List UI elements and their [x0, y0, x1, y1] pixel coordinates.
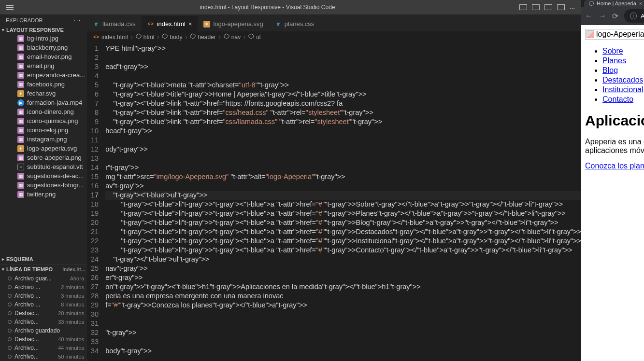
- code-line[interactable]: "t-gray"><"t-blue">li"t-gray">>"t-gray">…: [105, 246, 581, 255]
- file-item[interactable]: ▦facebook.png: [4, 80, 87, 89]
- file-item[interactable]: ✶logo-apeperia.svg: [4, 144, 87, 153]
- code-line[interactable]: "t-gray">>: [105, 329, 581, 338]
- code-line[interactable]: [105, 72, 581, 81]
- forward-icon[interactable]: →: [599, 12, 606, 20]
- code-line[interactable]: av"t-gray">>: [105, 182, 581, 191]
- file-item[interactable]: ▦sugestiones-fotogr...: [4, 180, 87, 190]
- timeline-item[interactable]: Archivo guar...Ahora: [0, 274, 87, 283]
- timeline-item[interactable]: Archivo guardado: [0, 326, 87, 335]
- more-icon[interactable]: ···: [74, 17, 81, 23]
- timeline-item[interactable]: Archivo...50 minutos: [0, 352, 87, 361]
- code-line[interactable]: ead"t-gray">>: [105, 63, 581, 72]
- code-line[interactable]: "t-gray"><"t-blue">li"t-gray">>"t-gray">…: [105, 228, 581, 237]
- nav-link[interactable]: Sobre: [602, 47, 623, 55]
- cta-link[interactable]: Conozca los planes: [585, 162, 644, 170]
- file-item[interactable]: ▦icono-reloj.png: [4, 125, 87, 135]
- file-item[interactable]: ▦icono-quimica.png: [4, 116, 87, 125]
- layout-icon[interactable]: [519, 4, 527, 10]
- code-body[interactable]: YPE html"t-gray">> ead"t-gray">> "t-gray…: [105, 42, 581, 361]
- file-item[interactable]: ▦twitter.png: [4, 190, 87, 199]
- editor-tab[interactable]: <>index.html×: [142, 16, 198, 31]
- file-item[interactable]: ▦blackberry.png: [4, 43, 87, 52]
- folder-root[interactable]: ▾ LAYOUT RESPONSIVE: [0, 26, 87, 34]
- code-line[interactable]: "t-gray"><"t-blue">li"t-gray">>"t-gray">…: [105, 209, 581, 219]
- code-line[interactable]: on"t-gray">>"t-gray"><"t-blue">h1"t-gray…: [105, 283, 581, 292]
- address-bar[interactable]: i Archivo C:/Users/Noelia/Desktop/Fron..…: [624, 9, 644, 23]
- file-item[interactable]: ▦email-hover.png: [4, 52, 87, 61]
- layout-icon[interactable]: [544, 4, 552, 10]
- sidebar: EXPLORADOR ··· ▾ LAYOUT RESPONSIVE ▦bg-i…: [0, 14, 87, 361]
- code-line[interactable]: "t-gray"></"t-blue">ul"t-gray">>: [105, 255, 581, 264]
- back-icon[interactable]: ←: [585, 12, 593, 20]
- code-line[interactable]: f="#""t-gray">>Conozca los planes"t-gray…: [105, 301, 581, 310]
- timeline-item[interactable]: Archivo...33 minutos: [0, 318, 87, 326]
- more-icon[interactable]: ···: [570, 4, 577, 10]
- timeline-header[interactable]: ▾ LÍNEA DE TIEMPO index.ht...: [0, 264, 87, 274]
- breadcrumb-item[interactable]: header: [190, 33, 215, 41]
- code-line[interactable]: "t-gray"><"t-blue">li"t-gray">>"t-gray">…: [105, 200, 581, 209]
- code-line[interactable]: r"t-gray">>: [105, 164, 581, 173]
- close-icon[interactable]: ×: [188, 20, 192, 28]
- code-line[interactable]: "t-gray"><"t-blue">li"t-gray">>"t-gray">…: [105, 237, 581, 246]
- layout-icon[interactable]: [532, 4, 540, 10]
- code-line[interactable]: [105, 319, 581, 329]
- code-line[interactable]: body"t-gray">>: [105, 347, 581, 356]
- code-line[interactable]: "t-gray"><"t-blue">link "t-attr">href="h…: [105, 99, 581, 109]
- timeline-item[interactable]: Archivo ...3 minutos: [0, 292, 87, 300]
- outline-section[interactable]: ▸ ESQUEMA: [0, 254, 87, 264]
- code-line[interactable]: [105, 136, 581, 145]
- editor-tab[interactable]: #planes.css: [269, 16, 320, 31]
- file-item[interactable]: ▦email.png: [4, 61, 87, 70]
- close-icon[interactable]: ×: [639, 0, 642, 6]
- nav-link[interactable]: Institucional: [602, 85, 644, 94]
- code-line[interactable]: "t-gray"><"t-blue">meta "t-attr">charset…: [105, 81, 581, 90]
- code-line[interactable]: mg "t-attr">src="img/logo-Apeperia.svg" …: [105, 173, 581, 182]
- file-item[interactable]: ▦bg-intro.jpg: [4, 34, 87, 43]
- menu-icon[interactable]: [4, 3, 15, 12]
- file-item[interactable]: ▦instagram.png: [4, 135, 87, 144]
- code-line[interactable]: head"t-gray">>: [105, 127, 581, 136]
- breadcrumb-item[interactable]: ul: [248, 33, 260, 41]
- reload-icon[interactable]: ⟳: [612, 12, 618, 21]
- file-item[interactable]: ✶fechar.svg: [4, 89, 87, 98]
- code-line[interactable]: YPE html"t-gray">>: [105, 44, 581, 54]
- code-line[interactable]: "t-gray"><"t-blue">ul"t-gray">>: [105, 191, 581, 200]
- timeline-item[interactable]: Deshac...40 minutos: [0, 335, 87, 344]
- code-line[interactable]: peria es una empresa emergente con una m…: [105, 292, 581, 301]
- code-line[interactable]: [105, 154, 581, 164]
- file-item[interactable]: ≡subtitulo-espanol.vtt: [4, 162, 87, 171]
- layout-icon[interactable]: [557, 4, 565, 10]
- nav-link[interactable]: Planes: [602, 56, 626, 65]
- code-editor[interactable]: 1234567891011121314151617181920212223242…: [87, 42, 581, 361]
- nav-link[interactable]: Blog: [602, 66, 618, 74]
- code-line[interactable]: [105, 54, 581, 63]
- timeline-item[interactable]: Archivo...44 minutos: [0, 344, 87, 352]
- code-line[interactable]: "t-gray"><"t-blue">title"t-gray">>Home |…: [105, 90, 581, 99]
- file-item[interactable]: ▦icono-dinero.png: [4, 107, 87, 116]
- browser-tab[interactable]: Home | Apeperia ×: [584, 0, 644, 7]
- code-line[interactable]: "t-gray"><"t-blue">link "t-attr">href="c…: [105, 118, 581, 127]
- file-item[interactable]: ▶formacion-java.mp4: [4, 98, 87, 107]
- nav-link[interactable]: Destacados: [602, 76, 644, 84]
- code-line[interactable]: [105, 310, 581, 319]
- code-line[interactable]: [105, 338, 581, 347]
- breadcrumb-item[interactable]: <>index.html: [93, 34, 128, 41]
- breadcrumb-item[interactable]: nav: [224, 33, 241, 41]
- code-line[interactable]: er"t-gray">>: [105, 274, 581, 283]
- nav-link[interactable]: Contacto: [602, 95, 633, 103]
- code-line[interactable]: "t-gray"><"t-blue">li"t-gray">>"t-gray">…: [105, 219, 581, 228]
- editor-tab[interactable]: ✶logo-apeperia.svg: [198, 16, 269, 31]
- code-line[interactable]: ody"t-gray">>: [105, 145, 581, 154]
- file-item[interactable]: ▦sugestiones-de-ac...: [4, 171, 87, 180]
- timeline-item[interactable]: Archivo ...8 minutos: [0, 300, 87, 309]
- editor-tab[interactable]: #llamada.css: [87, 16, 142, 31]
- file-item[interactable]: ▦sobre-apeperia.png: [4, 153, 87, 162]
- info-icon[interactable]: i: [630, 13, 637, 19]
- breadcrumb-item[interactable]: body: [162, 33, 182, 41]
- timeline-item[interactable]: Deshac...20 minutos: [0, 309, 87, 318]
- file-item[interactable]: ▦empezando-a-crea...: [4, 70, 87, 80]
- breadcrumb-item[interactable]: html: [136, 33, 155, 41]
- code-line[interactable]: nav"t-gray">>: [105, 264, 581, 274]
- timeline-item[interactable]: Archivo ...2 minutos: [0, 283, 87, 292]
- code-line[interactable]: "t-gray"><"t-blue">link "t-attr">href="c…: [105, 109, 581, 118]
